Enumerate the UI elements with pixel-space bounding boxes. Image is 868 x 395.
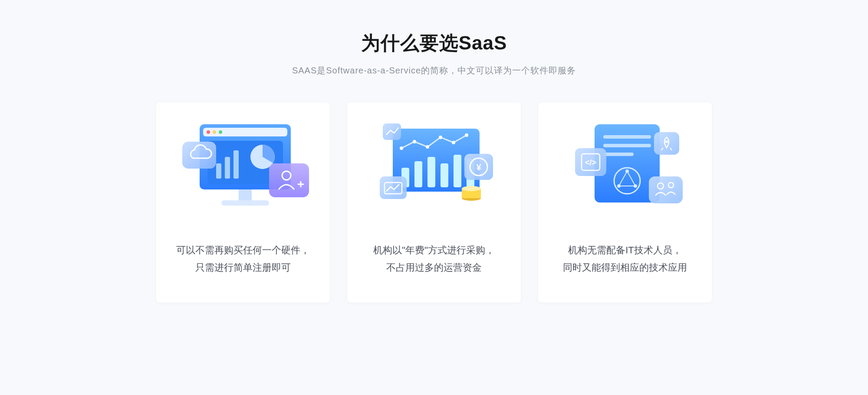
monitor-dashboard-icon bbox=[169, 116, 317, 216]
feature-description: 可以不需再购买任何一个硬件， 只需进行简单注册即可 bbox=[176, 242, 310, 276]
svg-point-20 bbox=[426, 145, 429, 149]
svg-rect-41 bbox=[603, 144, 651, 147]
feature-card-no-it-staff: </> 机构无需配备IT技术人员， 同时又能得到相应的技术应用 bbox=[538, 103, 712, 302]
code-document-network-icon: </> bbox=[551, 116, 699, 216]
feature-card-hardware: 可以不需再购买任何一个硬件， 只需进行简单注册即可 bbox=[156, 103, 330, 302]
bar-chart-finance-icon: ¥ bbox=[360, 116, 508, 216]
svg-point-22 bbox=[452, 141, 455, 144]
svg-text:¥: ¥ bbox=[476, 163, 481, 172]
feature-description: 机构以"年费"方式进行采购， 不占用过多的运营资金 bbox=[373, 242, 495, 276]
svg-rect-42 bbox=[603, 153, 634, 156]
svg-rect-8 bbox=[233, 150, 239, 179]
svg-rect-25 bbox=[414, 161, 422, 187]
svg-rect-31 bbox=[380, 176, 407, 199]
svg-point-23 bbox=[465, 133, 468, 137]
feature-cards: 可以不需再购买任何一个硬件， 只需进行简单注册即可 bbox=[156, 103, 712, 302]
section-title: 为什么要选SaaS bbox=[292, 30, 576, 56]
svg-rect-7 bbox=[225, 157, 230, 179]
svg-point-2 bbox=[207, 130, 210, 134]
svg-text:</>: </> bbox=[585, 158, 596, 167]
svg-rect-13 bbox=[269, 163, 309, 197]
svg-rect-53 bbox=[654, 132, 679, 155]
section-subtitle: SAAS是Software-as-a-Service的简称，中文可以译为一个软件… bbox=[292, 65, 576, 76]
section-header: 为什么要选SaaS SAAS是Software-as-a-Service的简称，… bbox=[292, 30, 576, 76]
svg-rect-27 bbox=[441, 163, 448, 187]
svg-point-38 bbox=[462, 186, 481, 191]
svg-point-54 bbox=[665, 140, 668, 143]
svg-point-21 bbox=[439, 136, 442, 139]
svg-rect-11 bbox=[221, 200, 269, 206]
svg-rect-26 bbox=[427, 157, 435, 187]
svg-rect-57 bbox=[649, 176, 683, 203]
svg-rect-6 bbox=[216, 163, 221, 179]
svg-rect-10 bbox=[239, 189, 252, 200]
svg-point-4 bbox=[219, 130, 222, 134]
svg-point-19 bbox=[413, 140, 416, 143]
svg-point-3 bbox=[213, 130, 216, 134]
svg-rect-40 bbox=[603, 135, 651, 139]
feature-description: 机构无需配备IT技术人员， 同时又能得到相应的技术应用 bbox=[563, 242, 687, 276]
svg-rect-28 bbox=[454, 155, 461, 187]
feature-card-annual-fee: ¥ 机构以"年费"方式进行采购， 不占用过多的运营资金 bbox=[347, 103, 521, 302]
svg-point-18 bbox=[400, 146, 403, 150]
